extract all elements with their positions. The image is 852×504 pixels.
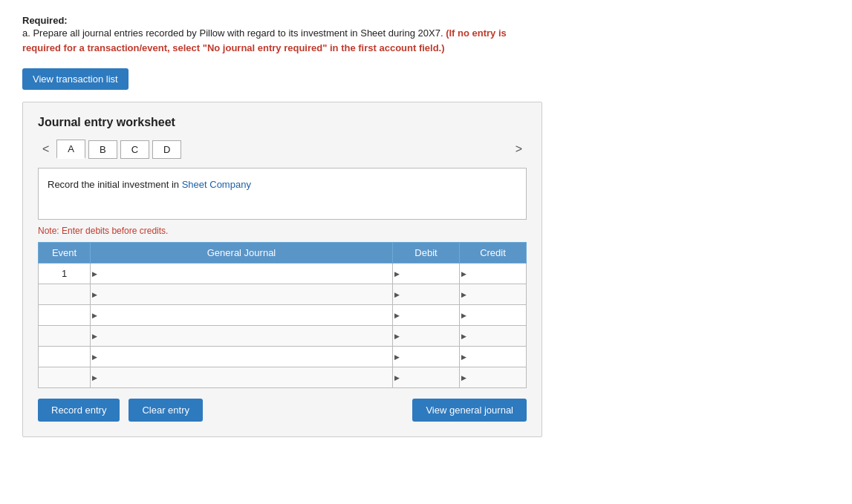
debit-cell[interactable] [393, 347, 460, 367]
credit-cell[interactable] [460, 347, 527, 367]
credit-input[interactable] [460, 347, 526, 367]
tab-c[interactable]: C [120, 140, 149, 159]
general-journal-cell[interactable] [91, 326, 393, 347]
tab-arrow-left[interactable]: < [38, 141, 53, 157]
general-journal-input[interactable] [91, 305, 392, 325]
credit-cell[interactable] [460, 305, 527, 326]
general-journal-cell[interactable] [91, 284, 393, 305]
table-row: 1 [39, 264, 527, 284]
required-title: Required: [22, 15, 542, 26]
description-part1: Record the initial investment in [48, 179, 182, 190]
credit-input[interactable] [460, 326, 526, 346]
worksheet-title: Journal entry worksheet [38, 116, 527, 129]
event-cell [39, 347, 91, 367]
header-event: Event [39, 243, 91, 264]
buttons-row: Record entry Clear entry View general jo… [38, 399, 527, 422]
worksheet-container: Journal entry worksheet < A B C D > Reco… [22, 102, 542, 437]
event-cell: 1 [39, 264, 91, 284]
debit-input[interactable] [393, 367, 459, 387]
tab-arrow-right[interactable]: > [511, 141, 527, 157]
debit-cell[interactable] [393, 367, 460, 388]
required-section: Required: a. Prepare all journal entries… [22, 15, 542, 55]
debit-cell[interactable] [393, 305, 460, 326]
record-entry-button[interactable]: Record entry [38, 399, 120, 422]
general-journal-cell[interactable] [91, 264, 393, 284]
event-description-box: Record the initial investment in Sheet C… [38, 168, 527, 220]
event-cell [39, 284, 91, 305]
description-highlight: Sheet Company [182, 179, 251, 190]
tab-d[interactable]: D [152, 140, 181, 159]
required-text: a. Prepare all journal entries recorded … [22, 26, 542, 55]
tab-a[interactable]: A [56, 140, 85, 159]
general-journal-input[interactable] [91, 326, 392, 346]
event-cell [39, 367, 91, 388]
header-debit: Debit [393, 243, 460, 264]
general-journal-input[interactable] [91, 367, 392, 387]
general-journal-input[interactable] [91, 264, 392, 284]
table-row [39, 305, 527, 326]
view-general-journal-button[interactable]: View general journal [412, 399, 527, 422]
clear-entry-button[interactable]: Clear entry [129, 399, 203, 422]
header-general-journal: General Journal [91, 243, 393, 264]
table-row [39, 347, 527, 367]
general-journal-cell[interactable] [91, 305, 393, 326]
required-line1: a. Prepare all journal entries recorded … [22, 27, 443, 39]
debit-cell[interactable] [393, 284, 460, 305]
table-row [39, 326, 527, 347]
credit-cell[interactable] [460, 367, 527, 388]
event-cell [39, 326, 91, 347]
credit-input[interactable] [460, 264, 526, 284]
general-journal-input[interactable] [91, 284, 392, 304]
event-cell [39, 305, 91, 326]
general-journal-input[interactable] [91, 347, 392, 367]
tab-b[interactable]: B [88, 140, 117, 159]
credit-cell[interactable] [460, 284, 527, 305]
credit-input[interactable] [460, 305, 526, 325]
debit-cell[interactable] [393, 326, 460, 347]
view-transaction-button[interactable]: View transaction list [22, 68, 129, 90]
debit-input[interactable] [393, 264, 459, 284]
note-text: Note: Enter debits before credits. [38, 226, 527, 236]
header-credit: Credit [460, 243, 527, 264]
debit-input[interactable] [393, 284, 459, 304]
journal-table: Event General Journal Debit Credit 1 [38, 242, 527, 388]
credit-input[interactable] [460, 284, 526, 304]
credit-input[interactable] [460, 367, 526, 387]
table-row [39, 284, 527, 305]
table-row [39, 367, 527, 388]
general-journal-cell[interactable] [91, 347, 393, 367]
debit-input[interactable] [393, 305, 459, 325]
debit-input[interactable] [393, 347, 459, 367]
credit-cell[interactable] [460, 264, 527, 284]
credit-cell[interactable] [460, 326, 527, 347]
debit-input[interactable] [393, 326, 459, 346]
general-journal-cell[interactable] [91, 367, 393, 388]
tabs-row: < A B C D > [38, 140, 527, 159]
debit-cell[interactable] [393, 264, 460, 284]
